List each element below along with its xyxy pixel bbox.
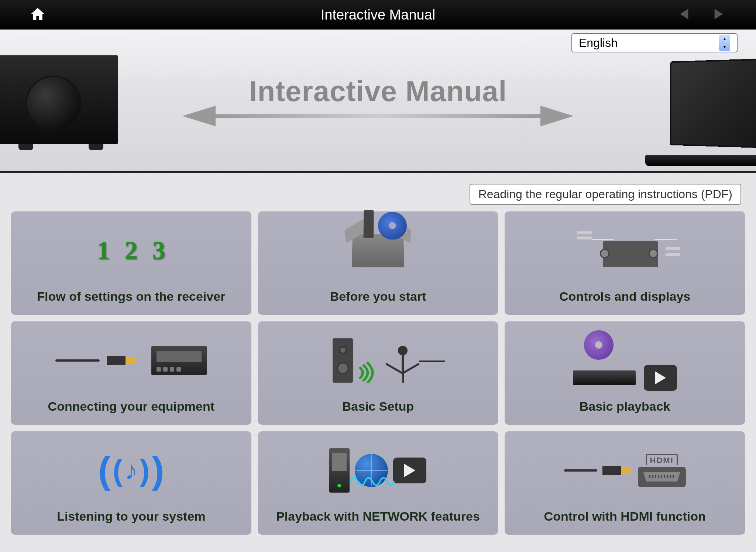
card-listening-to-system[interactable]: (( ♪ )) Listening to your system: [11, 431, 251, 535]
hdmi-text-label: HDMI: [646, 454, 678, 465]
nav-next-button[interactable]: [712, 9, 723, 21]
card-label: Before you start: [330, 289, 426, 304]
network-streaming-icon: [258, 431, 498, 509]
card-label: Flow of settings on the receiver: [37, 289, 225, 304]
numbered-steps-icon: 123: [11, 211, 251, 289]
hero-banner: English ▲▼ Interactive Manual: [0, 30, 756, 173]
nav-prev-button[interactable]: [680, 9, 690, 21]
card-label: Basic Setup: [342, 399, 414, 414]
card-before-you-start[interactable]: Before you start: [258, 211, 498, 315]
card-hdmi-control[interactable]: HDMI Control with HDMI function: [505, 431, 745, 535]
card-label: Control with HDMI function: [544, 509, 706, 524]
card-flow-of-settings[interactable]: 123 Flow of settings on the receiver: [11, 211, 251, 315]
unboxing-icon: [258, 211, 498, 289]
wiring-diagram-icon: [505, 211, 745, 289]
topic-grid: 123 Flow of settings on the receiver Bef…: [11, 211, 745, 535]
sound-waves-icon: (( ♪ )): [11, 431, 251, 509]
page-title: Interactive Manual: [321, 7, 436, 23]
topbar: Interactive Manual: [0, 0, 756, 30]
svg-marker-1: [715, 9, 723, 19]
hdmi-port-icon: HDMI: [505, 431, 745, 509]
card-connecting-equipment[interactable]: Connecting your equipment: [11, 321, 251, 425]
card-label: Connecting your equipment: [48, 399, 214, 414]
language-selected-label: English: [579, 36, 618, 50]
cable-to-amplifier-icon: [11, 321, 251, 399]
disc-player-play-icon: [505, 321, 745, 399]
card-label: Controls and displays: [559, 289, 690, 304]
card-label: Playback with NETWORK features: [276, 509, 480, 524]
home-button[interactable]: [30, 6, 46, 24]
speaker-calibration-icon: [258, 321, 498, 399]
content-area: Reading the regular operating instructio…: [0, 173, 756, 542]
pdf-instructions-link[interactable]: Reading the regular operating instructio…: [470, 184, 741, 205]
svg-marker-0: [680, 9, 688, 19]
laptop-illustration: [590, 59, 756, 170]
card-basic-playback[interactable]: Basic playback: [505, 321, 745, 425]
nav-arrows: [680, 9, 723, 21]
card-network-playback[interactable]: Playback with NETWORK features: [258, 431, 498, 535]
card-controls-and-displays[interactable]: Controls and displays: [505, 211, 745, 315]
language-select[interactable]: English ▲▼: [571, 33, 738, 52]
stepper-icon: ▲▼: [719, 35, 730, 51]
card-label: Listening to your system: [57, 509, 205, 524]
card-label: Basic playback: [580, 399, 670, 414]
card-basic-setup[interactable]: Basic Setup: [258, 321, 498, 425]
